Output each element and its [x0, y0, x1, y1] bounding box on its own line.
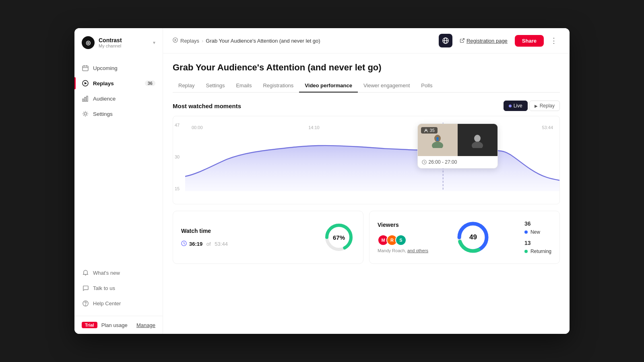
topbar: Replays › Grab Your Audience's Attention…: [163, 28, 570, 53]
toggle-live-label: Live: [514, 103, 522, 109]
sidebar-item-settings[interactable]: Settings: [74, 106, 163, 121]
returning-dot: [524, 250, 528, 253]
chart-container: 47 30 15: [173, 116, 560, 204]
svg-marker-5: [85, 82, 87, 84]
watch-time-donut: 67%: [323, 221, 355, 253]
toggle-replay-button[interactable]: ▶ Replay: [529, 101, 560, 111]
breadcrumb-replays[interactable]: Replays: [180, 38, 199, 44]
tooltip-count: 35: [430, 128, 435, 133]
y-label-mid: 30: [175, 154, 185, 159]
channel-name: My channel: [99, 43, 149, 48]
returning-count: 13: [524, 240, 531, 246]
viewer-avatars: M R S: [378, 234, 428, 246]
tab-replay[interactable]: Replay: [173, 79, 200, 93]
watch-time-card: Watch time 36:19 of 53:44: [173, 211, 363, 264]
tooltip-image-2: [458, 124, 497, 156]
sidebar-item-label: Talk to us: [93, 285, 115, 291]
svg-point-23: [432, 142, 443, 148]
viewers-donut: 49: [455, 219, 491, 255]
live-dot: [509, 105, 512, 107]
sidebar-item-help-center[interactable]: Help Center: [74, 296, 163, 311]
y-label-top: 47: [175, 123, 185, 128]
bar-chart-icon: [82, 95, 89, 102]
tab-settings[interactable]: Settings: [200, 79, 230, 93]
tab-polls[interactable]: Polls: [415, 79, 438, 93]
bell-icon: [82, 269, 89, 276]
avatar-3: S: [395, 234, 407, 246]
y-label-bot: 15: [175, 186, 185, 191]
sidebar-item-upcoming[interactable]: Upcoming: [74, 60, 163, 76]
brand-name: Contrast: [99, 37, 149, 43]
tab-bar: Replay Settings Emails Registrations Vid…: [173, 79, 560, 93]
sidebar: ◎ Contrast My channel ▾ Upcoming Replays…: [74, 28, 163, 334]
viewers-total: 49: [469, 233, 477, 241]
plan-usage-label: Plan usage: [101, 322, 128, 328]
main-content: Replays › Grab Your Audience's Attention…: [163, 28, 570, 334]
reg-page-label: Registration page: [466, 38, 508, 44]
sidebar-bottom: Trial Plan usage Manage: [74, 316, 163, 334]
watch-time-title: Watch time: [181, 228, 228, 234]
svg-text:👤: 👤: [436, 137, 440, 141]
play-icon: ▶: [535, 104, 538, 108]
svg-marker-14: [175, 39, 177, 41]
watch-time-of: of: [205, 241, 212, 247]
breadcrumb: Replays › Grab Your Audience's Attention…: [173, 37, 435, 44]
viewers-card: Viewers M R S Mandy Roach, and others: [369, 211, 560, 264]
returning-label: Returning: [530, 249, 551, 254]
breadcrumb-icon: [173, 37, 178, 44]
chart-svg-area: 35 👤 26:00 - 27:00: [185, 123, 559, 191]
calendar-icon: [82, 64, 89, 72]
logo-icon: ◎: [82, 36, 95, 49]
registration-page-button[interactable]: Registration page: [456, 35, 511, 46]
toggle-buttons: Live ▶ Replay: [504, 101, 560, 111]
section-title: Most watched moments: [173, 103, 241, 109]
more-options-button[interactable]: ⋮: [548, 35, 560, 47]
sidebar-item-label: Settings: [93, 111, 113, 117]
svg-rect-8: [87, 96, 88, 101]
message-icon: [82, 284, 89, 292]
page-title: Grab Your Audience's Attention (and neve…: [173, 62, 560, 73]
viewers-title: Viewers: [378, 222, 428, 228]
tab-emails[interactable]: Emails: [230, 79, 257, 93]
topbar-actions: Registration page Share ⋮: [439, 34, 560, 47]
watch-time-total: 53:44: [215, 241, 228, 247]
svg-rect-0: [83, 66, 88, 71]
chevron-down-icon: ▾: [153, 40, 155, 45]
tooltip-time: 26:00 - 27:00: [418, 156, 497, 168]
sidebar-item-replays[interactable]: Replays 36: [74, 76, 163, 91]
sidebar-nav: Upcoming Replays 36 Audience Settings: [74, 57, 163, 265]
sidebar-item-label: Help Center: [93, 300, 121, 306]
breadcrumb-title: Grab Your Audience's Attention (and neve…: [206, 38, 320, 44]
viewer-stats: 36 New 13 Returning: [524, 220, 551, 254]
svg-point-12: [85, 304, 86, 305]
sidebar-item-audience[interactable]: Audience: [74, 91, 163, 106]
sidebar-item-label: Audience: [93, 96, 116, 102]
tab-registrations[interactable]: Registrations: [257, 79, 299, 93]
tooltip-time-range: 26:00 - 27:00: [429, 159, 457, 165]
new-count: 36: [524, 220, 531, 227]
viewer-others-link[interactable]: and others: [407, 248, 428, 253]
svg-point-9: [84, 113, 87, 115]
sidebar-item-label: Replays: [93, 80, 114, 86]
gear-icon: [82, 110, 89, 117]
globe-button[interactable]: [439, 34, 452, 47]
logo-area[interactable]: ◎ Contrast My channel ▾: [74, 28, 163, 57]
tab-viewer-engagement[interactable]: Viewer engagement: [358, 79, 415, 93]
sidebar-item-talk-to-us[interactable]: Talk to us: [74, 280, 163, 296]
trial-badge: Trial: [82, 322, 97, 328]
stats-row: Watch time 36:19 of 53:44: [173, 211, 560, 264]
tab-video-performance[interactable]: Video performance: [299, 79, 358, 93]
svg-line-18: [462, 39, 464, 41]
play-circle-icon: [82, 80, 89, 87]
replays-badge: 36: [145, 80, 155, 86]
new-label: New: [530, 229, 540, 235]
share-button[interactable]: Share: [515, 35, 544, 47]
chart-tooltip: 35 👤 26:00 - 27:00: [417, 123, 498, 169]
manage-link[interactable]: Manage: [136, 322, 155, 328]
chart-y-axis: 47 30 15: [173, 123, 185, 191]
watch-time-percent: 67%: [333, 234, 345, 241]
sidebar-item-whats-new[interactable]: What's new: [74, 265, 163, 280]
toggle-live-button[interactable]: Live: [504, 101, 528, 111]
viewer-names: Mandy Roach, and others: [378, 248, 428, 253]
sidebar-secondary-nav: What's new Talk to us Help Center: [74, 265, 163, 316]
